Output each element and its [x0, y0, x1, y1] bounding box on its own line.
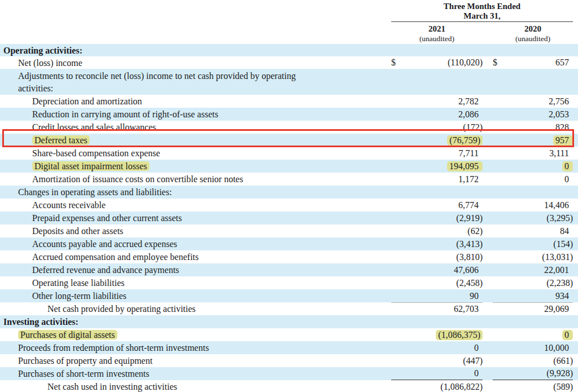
- value-2020: 84: [560, 226, 573, 236]
- value-2020: 2,756: [549, 96, 573, 107]
- value-2020: 14,406: [544, 200, 573, 210]
- value-cell-2020: 0: [493, 160, 573, 173]
- value-cell-2021: (62): [391, 224, 483, 237]
- year-2020-label: 2020: [493, 22, 573, 34]
- period-title-line2: March 31,: [391, 11, 573, 22]
- yellow-highlight: Digital asset impairment losses: [32, 161, 150, 171]
- column-gap: [483, 69, 493, 95]
- row-right-margin: [573, 199, 578, 212]
- value-2021: (2,919): [456, 213, 483, 223]
- table-row: Accrued compensation and employee benefi…: [0, 250, 578, 263]
- table-row: Deferred taxes(76,759)957: [0, 134, 578, 147]
- row-label: Net (loss) income: [0, 57, 391, 69]
- row-label: Credit losses and sales allowances: [0, 121, 391, 133]
- value-cell-2020: 2,053: [493, 108, 573, 121]
- yellow-highlight: Deferred taxes: [32, 135, 90, 145]
- row-label: Changes in operating assets and liabilit…: [0, 186, 391, 198]
- unaudited-note-2021: (unaudited): [391, 34, 483, 43]
- table-row: Credit losses and sales allowances(172)8…: [0, 121, 578, 134]
- row-label: Prepaid expenses and other current asset…: [0, 212, 391, 224]
- value-cell-2020: (154): [493, 237, 573, 250]
- column-gap: [483, 134, 493, 147]
- value-2020: (154): [553, 239, 573, 249]
- yellow-highlight: Purchases of digital assets: [18, 330, 117, 340]
- value-2020: 3,111: [549, 148, 573, 158]
- column-gap: [483, 186, 493, 199]
- table-row: Purchases of digital assets(1,086,375)0: [0, 328, 578, 341]
- value-2021: (2,458): [456, 278, 483, 288]
- row-label: Purchases of short-term investments: [0, 368, 391, 380]
- value-cell-2021: (1,086,375): [391, 328, 483, 341]
- value-cell-2021: (76,759): [391, 134, 483, 147]
- value-cell-2021: 6,774: [391, 199, 483, 212]
- row-label: Operating lease liabilities: [0, 277, 391, 289]
- row-label: Reduction in carrying amount of right-of…: [0, 108, 391, 120]
- row-label: Proceeds from redemption of short-term i…: [0, 342, 391, 354]
- value-cell-2021: (3,413): [391, 237, 483, 250]
- statement-rows: Operating activities:Net (loss) income$(…: [0, 44, 578, 392]
- value-cell-2021: (2,458): [391, 276, 483, 289]
- value-cell-2020: [493, 69, 573, 95]
- value-cell-2021: (1,086,822): [391, 380, 483, 392]
- table-row: Digital asset impairment losses194,0950: [0, 160, 578, 173]
- value-2021: 62,703: [454, 304, 483, 314]
- row-right-margin: [573, 108, 578, 121]
- row-right-margin: [573, 341, 578, 354]
- row-right-margin: [573, 263, 578, 276]
- table-row: Other long-term liabilities90934: [0, 289, 578, 302]
- row-right-margin: [573, 354, 578, 367]
- value-cell-2021: (172): [391, 121, 483, 134]
- value-cell-2021: [391, 44, 483, 56]
- row-right-margin: [573, 237, 578, 250]
- column-gap: [483, 341, 493, 354]
- column-gap: [483, 276, 493, 289]
- row-label: Purchases of property and equipment: [0, 355, 391, 367]
- value-cell-2020: 0: [493, 173, 573, 186]
- value-2021: (1,086,822): [440, 382, 483, 392]
- row-label: Adjustments to reconcile net (loss) inco…: [0, 69, 391, 95]
- value-2020: 0: [562, 161, 573, 171]
- row-right-margin: [573, 173, 578, 186]
- value-2020: 0: [564, 174, 573, 184]
- value-cell-2021: 7,711: [391, 147, 483, 160]
- value-2021: (62): [467, 226, 483, 236]
- column-gap: [483, 108, 493, 121]
- value-cell-2020: 957: [493, 134, 573, 147]
- table-row: Share-based compensation expense7,7113,1…: [0, 147, 578, 160]
- value-cell-2020: 29,069: [493, 302, 573, 315]
- row-label: Amortization of issuance costs on conver…: [0, 173, 391, 185]
- value-cell-2021: $(110,020): [391, 56, 483, 69]
- row-right-margin: [573, 367, 578, 380]
- row-right-margin: [573, 186, 578, 199]
- column-gap: [483, 173, 493, 186]
- value-cell-2021: 194,095: [391, 160, 483, 173]
- column-gap: [483, 289, 493, 302]
- period-block: Three Months Ended March 31, 2021 (unaud…: [391, 0, 573, 44]
- row-label: Digital asset impairment losses: [0, 160, 391, 172]
- table-row: Amortization of issuance costs on conver…: [0, 173, 578, 186]
- row-label: Deferred revenue and advance payments: [0, 264, 391, 276]
- value-2021: (1,086,375): [436, 330, 483, 340]
- period-header: Three Months Ended March 31, 2021 (unaud…: [0, 0, 578, 44]
- value-cell-2021: 62,703: [391, 302, 483, 315]
- value-cell-2020: 22,001: [493, 263, 573, 276]
- row-label: Operating activities:: [0, 45, 391, 56]
- value-2020: (589): [553, 382, 573, 392]
- value-2021: (3,810): [456, 252, 483, 262]
- value-cell-2021: 2,782: [391, 95, 483, 108]
- table-row: Reduction in carrying amount of right-of…: [0, 108, 578, 121]
- year-2021-label: 2021: [391, 22, 483, 34]
- value-2021: 0: [474, 368, 483, 378]
- value-2020: 2,053: [549, 109, 573, 120]
- row-right-margin: [573, 95, 578, 108]
- row-label: Deferred taxes: [0, 134, 391, 146]
- value-2020: 957: [553, 135, 573, 146]
- column-gap: [483, 44, 493, 56]
- value-cell-2020: 0: [493, 328, 573, 341]
- row-label: Investing activities:: [0, 316, 391, 328]
- column-gap: [483, 121, 493, 134]
- row-label: Accounts payable and accrued expenses: [0, 238, 391, 250]
- column-gap: [483, 328, 493, 341]
- table-row: Adjustments to reconcile net (loss) inco…: [0, 69, 578, 95]
- value-2021: 194,095: [447, 161, 483, 171]
